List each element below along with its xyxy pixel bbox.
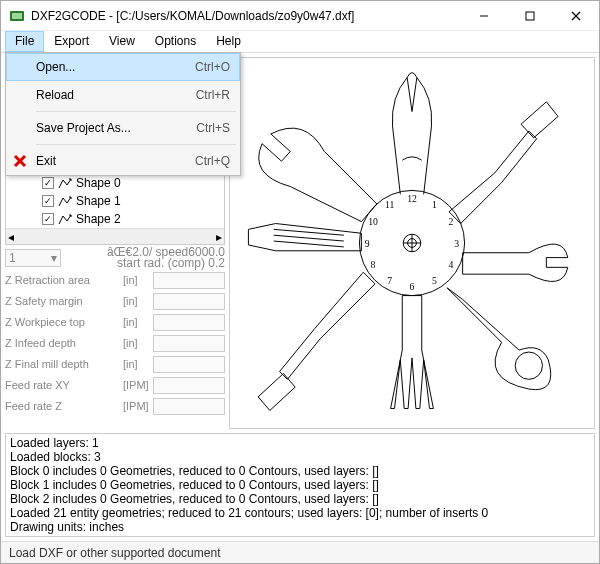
menu-exit-label: Exit <box>36 154 195 168</box>
clock-num-2: 2 <box>449 216 454 227</box>
window-controls <box>461 1 599 31</box>
tool-select[interactable]: 1 ▾ <box>5 249 61 267</box>
drawing-canvas[interactable]: 12 1 2 3 4 5 6 7 8 9 10 11 <box>229 57 595 429</box>
horizontal-scrollbar[interactable]: ◂ ▸ <box>6 228 224 244</box>
minimize-button[interactable] <box>461 1 507 31</box>
param-unit: [in] <box>123 337 153 349</box>
shape-tree[interactable]: ✓ Shape 0 ✓ Shape 1 ✓ Shape <box>5 171 225 245</box>
log-output[interactable]: Loaded layers: 1 Loaded blocks: 3 Block … <box>5 433 595 537</box>
exit-icon <box>12 153 28 169</box>
param-row-z-retraction: Z Retraction area [in] <box>5 270 225 290</box>
tree-row-shape-0[interactable]: ✓ Shape 0 <box>10 174 220 192</box>
param-label: Z Workpiece top <box>5 316 123 328</box>
param-unit: [IPM] <box>123 400 153 412</box>
log-line: Drawing units: inches <box>10 520 590 534</box>
clock-num-6: 6 <box>410 281 415 292</box>
log-line: Block 2 includes 0 Geometries, reduced t… <box>10 492 590 506</box>
menu-separator <box>36 111 236 112</box>
param-row-feed-xy: Feed rate XY [IPM] <box>5 375 225 395</box>
menu-exit-shortcut: Ctrl+Q <box>195 154 230 168</box>
clock-num-9: 9 <box>365 238 370 249</box>
menu-exit[interactable]: Exit Ctrl+Q <box>6 147 240 175</box>
titlebar: DXF2GCODE - [C:/Users/KOMAL/Downloads/zo… <box>1 1 599 31</box>
scroll-left-icon[interactable]: ◂ <box>8 230 14 244</box>
maximize-button[interactable] <box>507 1 553 31</box>
param-input-z-workpiece[interactable] <box>153 314 225 331</box>
checkbox-icon[interactable]: ✓ <box>42 213 54 225</box>
tree-row-shape-2[interactable]: ✓ Shape 2 <box>10 210 220 228</box>
menu-separator <box>36 144 236 145</box>
clock-num-11: 11 <box>385 199 394 210</box>
param-row-z-safety: Z Safety margin [in] <box>5 291 225 311</box>
tree-label: Shape 0 <box>76 176 121 190</box>
log-line: Loaded layers: 1 <box>10 436 590 450</box>
menu-file[interactable]: File <box>5 31 44 52</box>
param-input-z-retraction[interactable] <box>153 272 225 289</box>
param-row-z-workpiece: Z Workpiece top [in] <box>5 312 225 332</box>
menu-view[interactable]: View <box>99 31 145 52</box>
param-input-feed-xy[interactable] <box>153 377 225 394</box>
clock-num-1: 1 <box>432 199 437 210</box>
param-header-line2: start rad. (comp) 0.2 <box>65 258 225 269</box>
shape-icon <box>58 177 72 189</box>
menu-open[interactable]: Open... Ctrl+O <box>6 53 240 81</box>
param-unit: [IPM] <box>123 379 153 391</box>
param-input-z-final[interactable] <box>153 356 225 373</box>
tree-label: Shape 1 <box>76 194 121 208</box>
menu-open-label: Open... <box>36 60 195 74</box>
menu-save-as-label: Save Project As... <box>36 121 196 135</box>
clock-num-7: 7 <box>387 275 392 286</box>
menu-reload-label: Reload <box>36 88 196 102</box>
param-label: Z Final mill depth <box>5 358 123 370</box>
svg-rect-1 <box>12 13 22 19</box>
param-label: Z Infeed depth <box>5 337 123 349</box>
param-row-feed-z: Feed rate Z [IPM] <box>5 396 225 416</box>
menu-export[interactable]: Export <box>44 31 99 52</box>
log-line: Loaded 21 entity geometries; reduced to … <box>10 506 590 520</box>
param-row-z-infeed: Z Infeed depth [in] <box>5 333 225 353</box>
param-unit: [in] <box>123 274 153 286</box>
param-unit: [in] <box>123 316 153 328</box>
checkbox-icon[interactable]: ✓ <box>42 195 54 207</box>
checkbox-icon[interactable]: ✓ <box>42 177 54 189</box>
param-unit: [in] <box>123 295 153 307</box>
log-line: Block 1 includes 0 Geometries, reduced t… <box>10 478 590 492</box>
param-label: Z Retraction area <box>5 274 123 286</box>
clock-num-5: 5 <box>432 275 437 286</box>
clock-num-10: 10 <box>368 216 378 227</box>
param-unit: [in] <box>123 358 153 370</box>
shape-icon <box>58 213 72 225</box>
statusbar: Load DXF or other supported document <box>1 541 599 563</box>
param-label: Feed rate Z <box>5 400 123 412</box>
svg-line-16 <box>274 241 344 247</box>
menu-save-as-shortcut: Ctrl+S <box>196 121 230 135</box>
param-input-feed-z[interactable] <box>153 398 225 415</box>
menu-reload[interactable]: Reload Ctrl+R <box>6 81 240 109</box>
tree-label: Shape 2 <box>76 212 121 226</box>
app-window: DXF2GCODE - [C:/Users/KOMAL/Downloads/zo… <box>0 0 600 564</box>
svg-rect-3 <box>526 12 534 20</box>
param-row-z-final: Z Final mill depth [in] <box>5 354 225 374</box>
param-label: Z Safety margin <box>5 295 123 307</box>
clock-num-12: 12 <box>407 193 417 204</box>
param-input-z-safety[interactable] <box>153 293 225 310</box>
window-title: DXF2GCODE - [C:/Users/KOMAL/Downloads/zo… <box>31 9 461 23</box>
file-dropdown: Open... Ctrl+O Reload Ctrl+R Save Projec… <box>5 52 241 176</box>
menu-options[interactable]: Options <box>145 31 206 52</box>
chevron-down-icon: ▾ <box>51 251 57 265</box>
log-line: Loaded blocks: 3 <box>10 450 590 464</box>
scroll-right-icon[interactable]: ▸ <box>216 230 222 244</box>
menu-open-shortcut: Ctrl+O <box>195 60 230 74</box>
menu-save-as[interactable]: Save Project As... Ctrl+S <box>6 114 240 142</box>
menu-help[interactable]: Help <box>206 31 251 52</box>
param-input-z-infeed[interactable] <box>153 335 225 352</box>
status-text: Load DXF or other supported document <box>9 546 220 560</box>
menu-reload-shortcut: Ctrl+R <box>196 88 230 102</box>
param-header: 1 ▾ âŒ€2.0/ speed6000.0 start rad. (comp… <box>5 247 225 269</box>
param-label: Feed rate XY <box>5 379 123 391</box>
svg-point-13 <box>515 352 542 379</box>
log-line: Block 0 includes 0 Geometries, reduced t… <box>10 464 590 478</box>
app-icon <box>9 8 25 24</box>
tree-row-shape-1[interactable]: ✓ Shape 1 <box>10 192 220 210</box>
close-button[interactable] <box>553 1 599 31</box>
